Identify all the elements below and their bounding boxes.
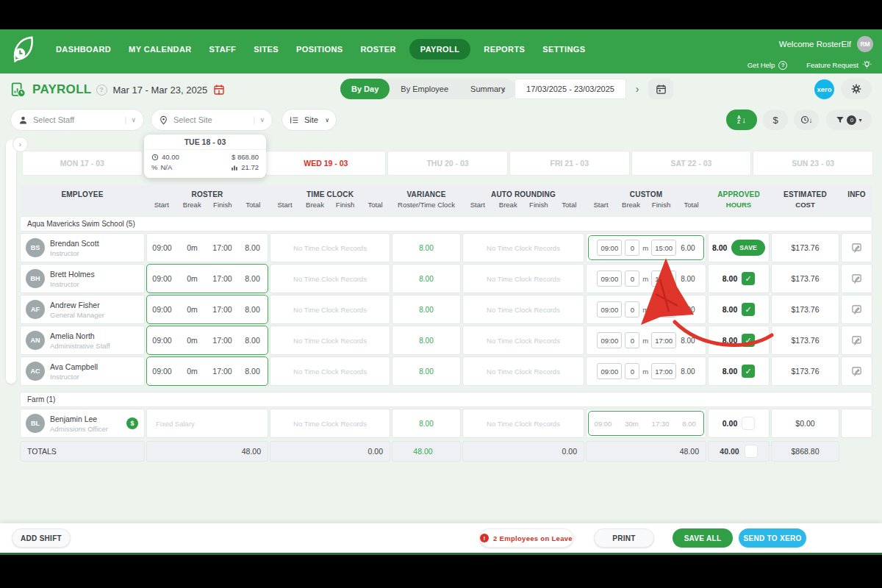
approve-checkbox-checked[interactable]: ✓ bbox=[742, 272, 755, 285]
approve-checkbox-unchecked[interactable] bbox=[742, 417, 755, 430]
nav-item-dashboard[interactable]: DASHBOARD bbox=[56, 45, 111, 54]
custom-start-input[interactable] bbox=[597, 301, 622, 318]
expand-panel-button[interactable]: › bbox=[12, 137, 28, 152]
custom-start-input[interactable] bbox=[597, 363, 622, 379]
roster-finish: 17:00 bbox=[207, 336, 237, 345]
approve-checkbox-checked[interactable]: ✓ bbox=[742, 334, 755, 347]
shift-note-icon[interactable] bbox=[851, 335, 862, 346]
approve-all-checkbox[interactable] bbox=[745, 445, 758, 458]
day-tab-sat[interactable]: SAT 22 - 03 bbox=[631, 151, 752, 176]
nav-item-positions[interactable]: POSITIONS bbox=[296, 45, 343, 54]
table-row: AFAndrew FisherGeneral Manager 09:000m17… bbox=[20, 295, 872, 324]
nav-item-my-calendar[interactable]: MY CALENDAR bbox=[129, 45, 191, 54]
tab-by-day[interactable]: By Day bbox=[340, 79, 390, 99]
custom-finish-input[interactable] bbox=[651, 332, 676, 348]
approve-checkbox-checked[interactable]: ✓ bbox=[742, 365, 755, 378]
employee-name: Andrew Fisher bbox=[50, 301, 104, 309]
calendar-picker-button[interactable] bbox=[648, 79, 673, 99]
filter-button[interactable]: 0 ▾ bbox=[826, 110, 872, 130]
estimated-cost: $0.00 bbox=[795, 419, 814, 428]
custom-finish-input[interactable] bbox=[651, 240, 676, 256]
employee-cell: BHBrett HolmesInstructor bbox=[20, 264, 145, 293]
custom-start-input[interactable] bbox=[597, 332, 622, 348]
time-clock-note: No Time Clock Records bbox=[293, 244, 367, 252]
nav-item-staff[interactable]: STAFF bbox=[209, 45, 237, 54]
col-info: INFO bbox=[841, 190, 872, 198]
approve-checkbox-checked[interactable]: ✓ bbox=[742, 303, 755, 316]
settings-gear-button[interactable] bbox=[841, 79, 872, 99]
calendar-alert-icon[interactable] bbox=[213, 84, 225, 96]
week-picker-value[interactable]: 17/03/2025 - 23/03/2025 bbox=[514, 79, 626, 99]
funnel-icon bbox=[836, 115, 845, 124]
estimated-cost: $173.76 bbox=[792, 367, 820, 376]
add-shift-button[interactable]: ADD SHIFT bbox=[12, 528, 71, 548]
chevron-down-icon: ∨ bbox=[325, 117, 329, 123]
save-all-button[interactable]: SAVE ALL bbox=[673, 528, 733, 548]
select-staff-dropdown[interactable]: Select Staff |∨ bbox=[10, 109, 144, 131]
custom-break-input[interactable] bbox=[625, 270, 639, 287]
shift-note-icon[interactable] bbox=[851, 273, 862, 284]
day-tab-sun[interactable]: SUN 23 - 03 bbox=[753, 151, 873, 176]
payroll-help-icon[interactable]: ? bbox=[96, 85, 107, 96]
employees-on-leave-badge[interactable]: !2 Employees on Leave bbox=[479, 528, 573, 548]
custom-break-input[interactable] bbox=[625, 240, 639, 256]
custom-break-input[interactable] bbox=[625, 332, 639, 348]
get-help-link[interactable]: Get Help? bbox=[747, 61, 788, 70]
avatar: BL bbox=[26, 414, 45, 433]
nav-item-reports[interactable]: REPORTS bbox=[484, 45, 525, 54]
send-to-xero-button[interactable]: SEND TO XERO bbox=[739, 528, 806, 548]
sort-alphabetical-button[interactable]: AZ↓ bbox=[726, 110, 757, 130]
feature-request-link[interactable]: Feature Request bbox=[806, 60, 872, 70]
nav-item-settings[interactable]: SETTINGS bbox=[542, 45, 585, 54]
custom-finish-input[interactable] bbox=[651, 270, 676, 287]
save-button[interactable]: SAVE bbox=[731, 240, 765, 256]
nav-item-payroll[interactable]: PAYROLL bbox=[409, 39, 471, 60]
approved-hours-value: 8.00 bbox=[723, 367, 737, 376]
prev-week-button[interactable]: ‹ bbox=[497, 83, 510, 95]
custom-total: 8.00 bbox=[675, 420, 703, 428]
fixed-salary-note: Fixed Salary bbox=[156, 420, 195, 428]
nav-item-roster[interactable]: ROSTER bbox=[361, 45, 396, 54]
collapsed-side-panel[interactable] bbox=[6, 140, 16, 384]
day-tab-thu[interactable]: THU 20 - 03 bbox=[387, 151, 508, 176]
select-site-dropdown[interactable]: Select Site |∨ bbox=[151, 109, 273, 131]
estimated-cost: $173.76 bbox=[792, 305, 820, 314]
estimated-cost: $173.76 bbox=[792, 336, 820, 345]
variance-value: 8.00 bbox=[419, 337, 433, 345]
view-mode-tabs: By Day By Employee Summary bbox=[340, 79, 516, 99]
shift-note-icon[interactable] bbox=[851, 366, 862, 377]
xero-badge[interactable]: xero bbox=[814, 79, 834, 99]
custom-total: 8.00 bbox=[681, 275, 695, 283]
custom-break: 30m bbox=[617, 420, 646, 428]
col-time-clock: TIME CLOCK bbox=[270, 190, 390, 198]
custom-finish-input[interactable] bbox=[651, 301, 676, 318]
custom-finish-input[interactable] bbox=[651, 363, 676, 379]
roster-start: 09:00 bbox=[147, 243, 177, 252]
day-tab-mon[interactable]: MON 17 - 03 bbox=[22, 151, 143, 176]
sort-by-time-button[interactable]: ↓ bbox=[794, 110, 819, 130]
custom-break-input[interactable] bbox=[625, 301, 639, 318]
sort-by-cost-button[interactable]: $ bbox=[763, 110, 788, 130]
next-week-button[interactable]: › bbox=[631, 83, 644, 95]
totals-cost: $868.80 bbox=[771, 441, 839, 462]
custom-start-input[interactable] bbox=[597, 240, 622, 256]
employee-name: Amelia North bbox=[50, 331, 110, 340]
custom-break-input[interactable] bbox=[625, 363, 639, 379]
sub-total: Total bbox=[676, 201, 706, 209]
shift-note-icon[interactable] bbox=[851, 304, 862, 315]
sub-finish: Finish bbox=[523, 201, 554, 209]
tab-by-employee[interactable]: By Employee bbox=[390, 85, 459, 93]
group-by-dropdown[interactable]: Site ∨ bbox=[282, 109, 337, 131]
day-tab-wed[interactable]: WED 19 - 03 bbox=[265, 151, 386, 176]
user-avatar[interactable]: RM bbox=[857, 36, 873, 52]
nav-item-sites[interactable]: SITES bbox=[254, 45, 279, 54]
avatar: AN bbox=[26, 331, 45, 350]
approved-hours-value: 8.00 bbox=[712, 243, 727, 252]
shift-note-icon[interactable] bbox=[851, 243, 862, 254]
custom-start-input[interactable] bbox=[597, 270, 622, 287]
totals-variance: 48.00 bbox=[392, 441, 461, 462]
day-tab-fri[interactable]: FRI 21 - 03 bbox=[509, 151, 630, 176]
sub-total: Total bbox=[554, 201, 585, 209]
print-button[interactable]: PRINT bbox=[594, 528, 654, 548]
group-header-aqua: Aqua Mavericks Swim School (5) bbox=[20, 216, 872, 232]
